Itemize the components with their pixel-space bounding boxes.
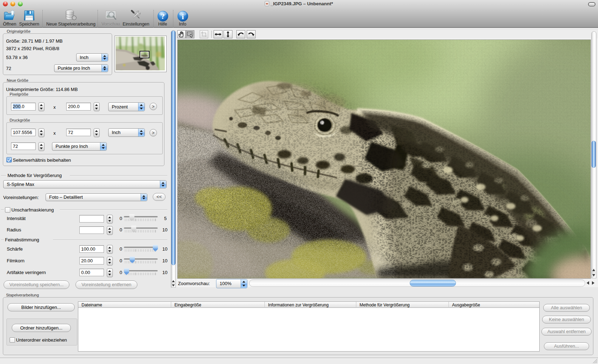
svg-text:i: i [182,12,184,21]
svg-text:?: ? [161,12,165,21]
